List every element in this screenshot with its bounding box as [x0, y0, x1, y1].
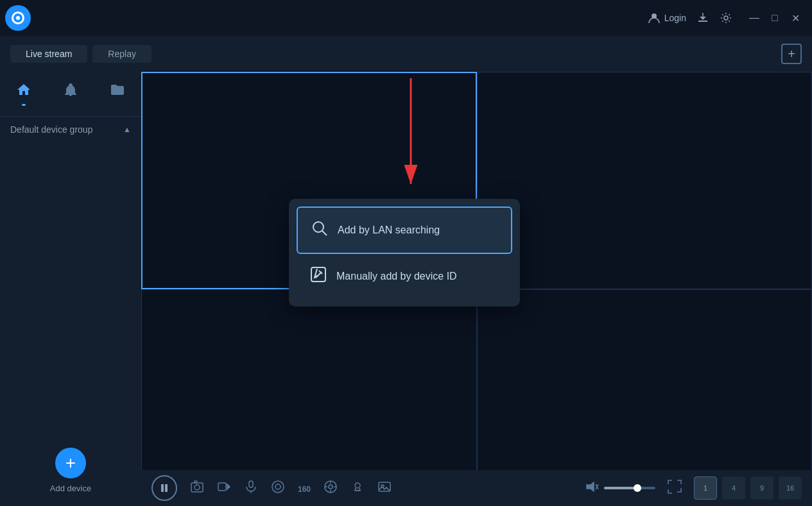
layout-16-button[interactable]: 16 — [779, 476, 802, 500]
record-icon — [217, 480, 231, 494]
download-button[interactable] — [696, 12, 709, 24]
svg-rect-10 — [194, 481, 197, 483]
layout-9-button[interactable]: 9 — [750, 476, 773, 500]
360-label: 160 — [298, 485, 311, 494]
sidebar-nav — [0, 72, 141, 117]
layout-4-button[interactable]: 4 — [722, 476, 745, 500]
360-button[interactable]: 160 — [298, 482, 311, 495]
fisheye-icon — [271, 480, 285, 494]
nav-tabs: Live stream Replay — [10, 45, 151, 63]
layout-16-label: 16 — [786, 484, 794, 492]
sidebar-item-home[interactable] — [8, 80, 39, 108]
volume-slider[interactable] — [604, 487, 655, 489]
svg-line-31 — [322, 231, 327, 235]
screenshot-button[interactable] — [190, 480, 204, 497]
title-bar-right: Login — □ ✕ — [648, 12, 812, 24]
svg-rect-11 — [218, 483, 226, 491]
layout-1-button[interactable]: 1 — [694, 476, 717, 500]
svg-marker-12 — [227, 484, 230, 489]
gallery-icon — [377, 480, 392, 494]
svg-rect-6 — [161, 484, 164, 492]
login-label: Login — [664, 13, 686, 23]
light-icon — [350, 480, 365, 494]
pause-button[interactable] — [151, 475, 177, 501]
svg-point-22 — [329, 485, 333, 489]
sidebar: Default device group ▲ + Add device — [0, 72, 141, 506]
device-group-label: Default device group — [10, 124, 92, 135]
svg-point-15 — [272, 481, 284, 493]
add-device-popup: Add by LAN searching Manually add by dev… — [289, 199, 520, 307]
volume-thumb — [634, 484, 641, 492]
tab-replay[interactable]: Replay — [92, 45, 151, 63]
gallery-button[interactable] — [377, 480, 392, 497]
user-icon — [648, 12, 661, 24]
search-icon — [311, 219, 329, 241]
maximize-button[interactable]: □ — [768, 12, 781, 24]
add-device-button[interactable]: + Add device — [50, 448, 91, 493]
mic-button[interactable] — [244, 480, 258, 497]
toolbar-right: 1 4 9 16 — [585, 476, 802, 500]
volume-control — [585, 480, 655, 496]
video-cell-2 — [477, 72, 813, 289]
svg-rect-13 — [249, 481, 253, 487]
manual-add-label: Manually add by device ID — [336, 271, 457, 282]
download-icon — [696, 12, 709, 24]
record-button[interactable] — [217, 480, 231, 497]
layout-4-label: 4 — [732, 484, 736, 492]
settings-button[interactable] — [720, 12, 732, 24]
bell-icon — [63, 82, 78, 101]
svg-rect-8 — [191, 483, 203, 492]
layout-1-label: 1 — [704, 484, 707, 492]
svg-point-16 — [275, 484, 281, 489]
bottom-toolbar: 160 — [141, 470, 812, 506]
svg-point-30 — [313, 222, 324, 232]
nav-right: + — [781, 44, 812, 64]
light-button[interactable] — [350, 480, 365, 497]
gear-icon — [720, 12, 732, 24]
logo-inner — [12, 12, 24, 24]
screenshot-icon — [190, 480, 204, 494]
ptz-button[interactable] — [324, 480, 338, 497]
title-bar: Login — □ ✕ — [0, 0, 812, 36]
logo-circle — [5, 5, 31, 31]
pause-icon — [159, 483, 169, 493]
svg-point-3 — [724, 16, 728, 20]
add-panel-button[interactable]: + — [781, 44, 802, 64]
lan-search-label: Add by LAN searching — [338, 224, 440, 236]
fullscreen-button[interactable] — [666, 478, 684, 498]
layout-9-label: 9 — [760, 484, 764, 492]
user-login[interactable]: Login — [648, 12, 686, 24]
edit-icon — [309, 266, 327, 287]
home-icon — [16, 82, 31, 101]
add-device-label: Add device — [50, 484, 91, 493]
layout-buttons: 1 4 9 16 — [694, 476, 802, 500]
svg-point-9 — [194, 485, 200, 490]
volume-mute-icon — [585, 480, 599, 494]
svg-rect-1 — [698, 21, 707, 22]
volume-mute-button[interactable] — [585, 480, 599, 496]
fisheye-button[interactable] — [271, 480, 285, 497]
nav-bar: Live stream Replay + — [0, 36, 812, 72]
volume-fill — [604, 487, 635, 489]
minimize-button[interactable]: — — [748, 12, 761, 24]
svg-rect-7 — [165, 484, 168, 492]
svg-marker-27 — [587, 482, 594, 491]
sidebar-item-notifications[interactable] — [55, 80, 86, 108]
close-button[interactable]: ✕ — [789, 12, 802, 24]
svg-point-23 — [355, 483, 360, 488]
chevron-up-icon: ▲ — [123, 125, 131, 134]
folder-icon — [110, 82, 125, 101]
sidebar-item-files[interactable] — [102, 80, 133, 108]
add-panel-icon: + — [788, 47, 795, 62]
lan-search-item[interactable]: Add by LAN searching — [297, 207, 512, 254]
ptz-icon — [324, 480, 338, 494]
mic-icon — [244, 480, 258, 494]
fullscreen-icon — [666, 478, 684, 496]
device-group[interactable]: Default device group ▲ — [0, 117, 141, 142]
manual-add-item[interactable]: Manually add by device ID — [297, 254, 512, 299]
add-icon: + — [55, 448, 86, 478]
window-controls: — □ ✕ — [748, 12, 802, 24]
active-indicator — [22, 104, 26, 106]
tab-live-stream[interactable]: Live stream — [10, 45, 87, 63]
app-logo — [0, 0, 36, 36]
